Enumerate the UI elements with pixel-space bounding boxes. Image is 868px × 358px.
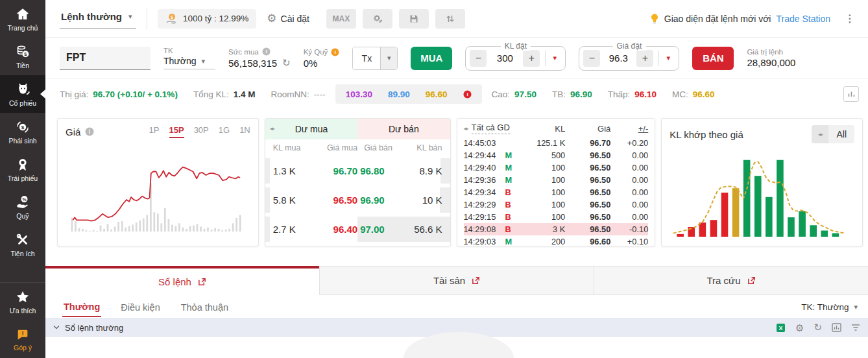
- account-dropdown[interactable]: TK Thường▾: [163, 47, 215, 69]
- vbp-bar-chart[interactable]: [669, 149, 854, 237]
- price-decrease-button[interactable]: −: [583, 50, 600, 67]
- mc-label: MC:: [672, 90, 688, 99]
- tab-1n[interactable]: 1N: [239, 125, 250, 138]
- transfer-button[interactable]: [435, 9, 465, 29]
- sidebar-item-quy[interactable]: % Quỹ: [0, 188, 45, 226]
- trade-side: M: [505, 150, 520, 160]
- tab-15p[interactable]: 15P: [169, 125, 184, 138]
- sidebar-item-ua-thich[interactable]: Ưa thích: [0, 283, 45, 320]
- trade-row[interactable]: 14:45:03125.1 K96.70+0.20: [464, 137, 649, 149]
- refresh-table-button[interactable]: ↻: [814, 322, 822, 333]
- subtab-thuong[interactable]: Thường: [62, 296, 101, 317]
- chart-toggle-button[interactable]: [843, 86, 859, 102]
- sidebar-item-phai-sinh[interactable]: $ Phái sinh: [0, 113, 45, 150]
- export-excel-button[interactable]: X: [776, 323, 786, 333]
- layout-settings-button[interactable]: [363, 9, 392, 29]
- trade-change: 0.00: [610, 150, 648, 160]
- trade-row[interactable]: 14:29:44M50096.500.00: [464, 149, 649, 161]
- promo-link[interactable]: Trade Station: [776, 14, 830, 24]
- bottom-tabbar: Sổ lệnh Tài sản Tra cứu: [45, 266, 868, 295]
- depth-row[interactable]: 2.7 K 96.40 97.00 56.6 K: [265, 215, 450, 244]
- col-change[interactable]: +/-: [610, 124, 648, 134]
- bar-chart-icon: [847, 90, 856, 98]
- refresh-icon[interactable]: ↻: [282, 57, 291, 69]
- svg-text:$: $: [21, 125, 25, 130]
- promo-text: Giao diện đặt lệnh mới với: [664, 14, 771, 24]
- trade-row[interactable]: 14:29:15B10096.500.00: [464, 211, 649, 223]
- depth-row[interactable]: 5.8 K 96.50 96.90 10 K: [265, 185, 450, 215]
- symbol-input[interactable]: [60, 47, 151, 70]
- col-gia: Giá: [565, 124, 610, 134]
- vbp-filter-dropdown[interactable]: ◂▸ All: [812, 125, 854, 143]
- info-icon[interactable]: i: [85, 127, 94, 136]
- sidebar-item-trang-chu[interactable]: Trang chủ: [0, 0, 45, 38]
- tab-tra-cuu[interactable]: Tra cứu: [594, 266, 868, 295]
- trade-row[interactable]: 14:29:34B10096.500.00: [464, 186, 649, 198]
- tab-30p[interactable]: 30P: [194, 125, 209, 138]
- svg-text:i: i: [89, 128, 90, 135]
- buying-power-field: Sức mua i 56,158,315↻: [228, 47, 291, 69]
- trade-side: M: [505, 175, 520, 185]
- trade-volume: 100: [520, 200, 566, 209]
- info-icon-red[interactable]: i: [463, 90, 472, 99]
- tab-tai-san[interactable]: Tài sản: [319, 266, 594, 295]
- tab-1p[interactable]: 1P: [149, 125, 160, 138]
- trades-filter[interactable]: Tất cả GD: [472, 123, 510, 134]
- external-link-icon: [747, 276, 756, 285]
- star-icon: [15, 289, 30, 305]
- promo-banner: Giao diện đặt lệnh mới với Trade Station: [650, 13, 830, 25]
- filter-button[interactable]: [851, 324, 860, 331]
- sidebar-item-trai-phieu[interactable]: Trái phiếu: [0, 150, 45, 188]
- toolbar-buttons: MAX: [326, 9, 465, 29]
- fund-badge[interactable]: $ 1000 tỷ : 12.99%: [158, 9, 256, 29]
- price-preset-dropdown[interactable]: ▾: [662, 54, 675, 62]
- order-type-dropdown[interactable]: Lệnh thường ▾: [60, 8, 136, 29]
- price-line-chart[interactable]: [66, 143, 250, 232]
- svg-text:i: i: [335, 49, 336, 55]
- account-label: TK: [163, 47, 215, 54]
- floor-price: 89.90: [388, 90, 410, 99]
- left-right-arrows-icon[interactable]: ◂▸: [464, 125, 468, 132]
- subtab-dieu-kien[interactable]: Điều kiện: [119, 297, 161, 316]
- tx-dropdown[interactable]: Tx ▾: [352, 47, 398, 70]
- tab-so-lenh[interactable]: Sổ lệnh: [45, 266, 319, 295]
- col-gia-ban: Giá bán: [357, 143, 400, 152]
- quantity-increase-button[interactable]: +: [523, 50, 540, 67]
- quantity-preset-dropdown[interactable]: ▾: [548, 54, 561, 62]
- tab-1g[interactable]: 1G: [219, 125, 230, 138]
- trade-row[interactable]: 14:29:08B3 K96.50-0.10: [464, 223, 649, 235]
- depth-row[interactable]: 1.3 K 96.70 96.80 8.9 K: [265, 156, 450, 185]
- subtab-thoa-thuan[interactable]: Thỏa thuận: [180, 297, 230, 316]
- settings-button[interactable]: ⚙ Cài đặt: [267, 13, 309, 24]
- sell-button[interactable]: BÁN: [692, 47, 734, 70]
- sidebar-item-tien[interactable]: $ Tiền: [0, 38, 45, 75]
- left-right-arrows-icon[interactable]: ◂▸: [270, 125, 274, 132]
- more-menu-button[interactable]: ⋮: [841, 12, 859, 25]
- quantity-decrease-button[interactable]: −: [470, 50, 487, 67]
- collapse-chevron-icon[interactable]: [53, 325, 60, 330]
- buy-button[interactable]: MUA: [411, 47, 452, 70]
- account-filter-dropdown[interactable]: TK: Thường ▾: [801, 302, 858, 312]
- up-down-arrows-icon: [446, 14, 455, 23]
- quantity-value[interactable]: 300: [487, 53, 523, 64]
- info-icon[interactable]: i: [262, 47, 271, 56]
- trade-row[interactable]: 14:29:40M10096.500.00: [464, 161, 649, 174]
- max-button[interactable]: MAX: [326, 9, 356, 29]
- price-value[interactable]: 96.3: [600, 53, 636, 64]
- price-increase-button[interactable]: +: [636, 50, 653, 67]
- save-layout-button[interactable]: [399, 9, 429, 29]
- chart-view-button[interactable]: [832, 323, 841, 332]
- sidebar-item-tien-ich[interactable]: Tiện ích: [0, 226, 45, 263]
- trade-row[interactable]: 14:29:03M20096.60+0.10: [464, 235, 649, 246]
- depth-column-headers: KL mua Giá mua Giá bán KL bán: [265, 139, 450, 156]
- trade-row[interactable]: 14:29:29B10096.500.00: [464, 198, 649, 211]
- margin-value: 0%: [304, 58, 340, 69]
- margin-field: Ký Quỹ i 0%: [304, 48, 340, 69]
- sidebar-item-label: Tiện ích: [11, 250, 35, 257]
- trade-row[interactable]: 14:29:36M10096.500.00: [464, 174, 649, 186]
- feedback-icon: !: [16, 328, 30, 342]
- sidebar-item-gop-y[interactable]: ! Góp ý: [0, 320, 45, 358]
- sidebar-item-co-phieu[interactable]: Cổ phiếu: [0, 75, 45, 113]
- info-icon-orange[interactable]: i: [331, 48, 339, 56]
- table-settings-button[interactable]: ⚙: [795, 323, 804, 333]
